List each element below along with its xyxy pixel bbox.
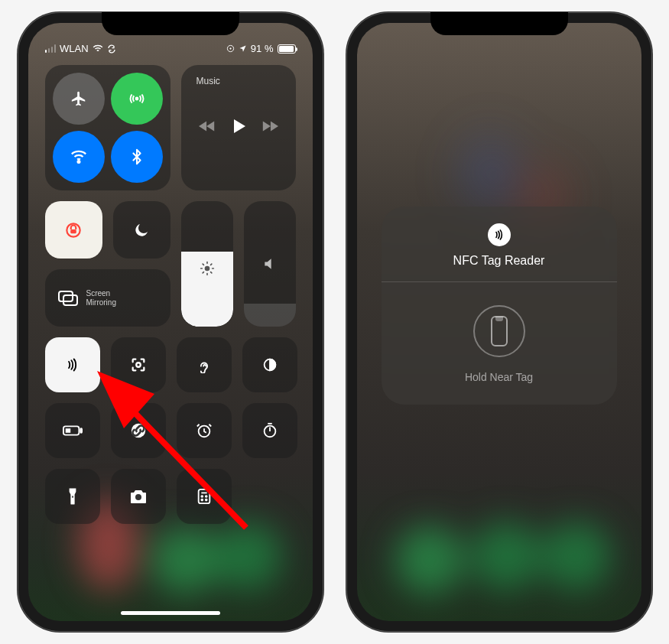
cellular-data-button[interactable] (111, 73, 163, 125)
calculator-button[interactable] (177, 469, 232, 524)
svg-point-1 (230, 48, 231, 49)
svg-rect-25 (72, 496, 73, 498)
nfc-panel-title: NFC Tag Reader (453, 254, 545, 268)
play-icon[interactable] (229, 117, 248, 135)
alarm-button[interactable] (177, 403, 232, 458)
nfc-icon (488, 223, 511, 246)
svg-rect-27 (198, 490, 209, 503)
volume-icon (262, 256, 278, 272)
nfc-instruction: Hold Near Tag (465, 371, 533, 383)
phone-left: WLAN 91 % (18, 12, 323, 632)
next-track-icon[interactable] (261, 119, 278, 133)
svg-point-3 (77, 161, 80, 163)
screen-nfc-reader: NFC Tag Reader Hold Near Tag (357, 23, 641, 621)
wifi-button[interactable] (53, 131, 105, 183)
home-indicator[interactable] (121, 611, 220, 615)
airplane-mode-button[interactable] (53, 73, 105, 125)
svg-line-14 (210, 272, 211, 272)
music-tile[interactable]: Music (181, 65, 296, 190)
compass-icon (226, 44, 235, 53)
nfc-tag-reader-button[interactable] (45, 337, 100, 392)
flashlight-button[interactable] (45, 469, 100, 524)
phone-right: NFC Tag Reader Hold Near Tag (346, 12, 652, 632)
hearing-button[interactable] (177, 337, 232, 392)
svg-point-29 (201, 496, 203, 497)
prev-track-icon[interactable] (199, 119, 216, 133)
screen-mirroring-icon (57, 290, 79, 307)
camera-button[interactable] (111, 469, 166, 524)
screen-control-center: WLAN 91 % (28, 23, 313, 621)
svg-rect-7 (63, 295, 77, 305)
svg-line-13 (203, 264, 203, 265)
svg-line-16 (210, 264, 211, 265)
cellular-signal-icon (45, 44, 57, 53)
svg-rect-6 (59, 291, 73, 301)
carrier-label: WLAN (60, 43, 89, 54)
rotation-lock-button[interactable] (45, 201, 102, 259)
music-label: Music (192, 76, 285, 86)
low-power-button[interactable] (45, 403, 100, 458)
connectivity-tile (45, 65, 170, 190)
notch (102, 12, 239, 35)
shazam-button[interactable] (111, 403, 166, 458)
timer-button[interactable] (242, 403, 297, 458)
svg-point-31 (201, 499, 203, 501)
nfc-reader-panel: NFC Tag Reader Hold Near Tag (382, 207, 617, 405)
control-center: Music (28, 23, 313, 621)
sync-icon (107, 44, 116, 54)
svg-point-2 (135, 98, 138, 100)
screen-mirroring-label: Screen Mirroring (86, 289, 116, 307)
svg-point-30 (205, 496, 206, 497)
screen-mirroring-button[interactable]: Screen Mirroring (45, 269, 170, 327)
qr-scan-button[interactable] (111, 337, 166, 392)
svg-line-15 (203, 272, 203, 272)
svg-point-32 (205, 499, 206, 501)
wifi-icon (93, 44, 103, 53)
shortcut-grid (45, 337, 296, 524)
svg-point-17 (136, 363, 141, 367)
notch (430, 12, 568, 35)
svg-point-8 (204, 265, 209, 271)
svg-rect-21 (65, 428, 70, 433)
battery-label: 91 % (251, 43, 274, 54)
do-not-disturb-button[interactable] (113, 201, 170, 259)
brightness-slider[interactable] (181, 201, 233, 327)
bluetooth-button[interactable] (111, 131, 163, 183)
volume-slider[interactable] (244, 201, 296, 327)
location-icon (239, 44, 247, 53)
svg-rect-20 (80, 428, 82, 433)
nfc-scan-icon (473, 305, 525, 357)
brightness-icon (200, 261, 215, 276)
battery-icon (278, 44, 296, 54)
svg-rect-5 (70, 229, 76, 233)
svg-point-26 (135, 494, 141, 500)
dark-mode-button[interactable] (242, 337, 297, 392)
